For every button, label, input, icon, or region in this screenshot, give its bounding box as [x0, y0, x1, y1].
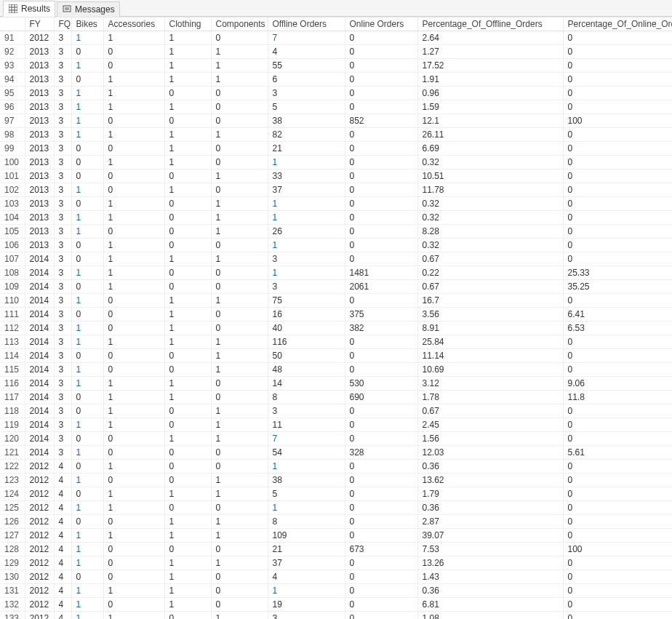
- data-cell[interactable]: 2014: [25, 391, 54, 404]
- row-number-cell[interactable]: 120: [0, 432, 25, 446]
- row-number-cell[interactable]: 98: [0, 128, 25, 142]
- data-cell[interactable]: 1: [211, 474, 268, 487]
- row-number-cell[interactable]: 109: [0, 280, 25, 294]
- data-cell[interactable]: 0: [345, 584, 417, 598]
- table-row[interactable]: 103201330101100.320: [0, 197, 672, 211]
- data-cell[interactable]: 2012: [25, 460, 54, 474]
- data-cell[interactable]: 0: [345, 612, 417, 620]
- data-cell[interactable]: 3: [54, 294, 71, 308]
- table-row[interactable]: 94201330111601.910: [0, 73, 672, 87]
- table-row[interactable]: 108201431100114810.2225.33: [0, 266, 672, 280]
- data-cell[interactable]: 3: [268, 87, 345, 100]
- data-cell[interactable]: 1: [211, 515, 268, 529]
- data-cell[interactable]: 0: [345, 432, 417, 446]
- data-cell[interactable]: 1: [211, 349, 268, 363]
- data-cell[interactable]: 37: [268, 183, 345, 197]
- table-row[interactable]: 109201430100320610.6735.25: [0, 280, 672, 294]
- data-cell[interactable]: 3: [268, 612, 345, 620]
- data-cell[interactable]: 1: [211, 128, 268, 142]
- data-cell[interactable]: 1: [211, 197, 268, 211]
- data-cell[interactable]: 0: [345, 100, 417, 114]
- table-row[interactable]: 133201241101301.080: [0, 612, 672, 620]
- data-cell[interactable]: 1.43: [417, 570, 563, 584]
- table-row[interactable]: 95201331100300.960: [0, 87, 672, 100]
- data-cell[interactable]: 1: [164, 556, 211, 570]
- data-cell[interactable]: 1: [268, 239, 345, 252]
- data-cell[interactable]: 0: [103, 225, 164, 239]
- data-cell[interactable]: 0: [345, 570, 417, 584]
- data-cell[interactable]: 3: [54, 308, 71, 322]
- row-number-cell[interactable]: 103: [0, 197, 25, 211]
- data-cell[interactable]: 2014: [25, 335, 54, 349]
- data-cell[interactable]: 2012: [25, 474, 54, 487]
- data-cell[interactable]: 3: [54, 100, 71, 114]
- data-cell[interactable]: 1: [211, 73, 268, 87]
- row-number-cell[interactable]: 111: [0, 308, 25, 322]
- data-cell[interactable]: 3: [54, 252, 71, 266]
- data-cell[interactable]: 1: [103, 529, 164, 543]
- data-cell[interactable]: 1: [164, 308, 211, 322]
- data-cell[interactable]: 690: [345, 391, 417, 404]
- data-cell[interactable]: 1: [103, 239, 164, 252]
- data-cell[interactable]: 5.61: [563, 446, 672, 460]
- data-cell[interactable]: 1: [103, 197, 164, 211]
- row-number-cell[interactable]: 121: [0, 446, 25, 460]
- data-cell[interactable]: 100: [563, 543, 672, 556]
- data-cell[interactable]: 0: [164, 460, 211, 474]
- data-cell[interactable]: 26: [268, 225, 345, 239]
- data-cell[interactable]: 21: [268, 142, 345, 156]
- data-cell[interactable]: 0: [71, 73, 103, 87]
- row-number-cell[interactable]: 119: [0, 418, 25, 432]
- data-cell[interactable]: 1: [211, 418, 268, 432]
- data-cell[interactable]: 2013: [25, 183, 54, 197]
- data-cell[interactable]: 1.78: [417, 391, 563, 404]
- data-cell[interactable]: 55: [268, 59, 345, 73]
- data-cell[interactable]: 0: [164, 501, 211, 515]
- data-cell[interactable]: 2013: [25, 225, 54, 239]
- data-cell[interactable]: 1: [211, 211, 268, 225]
- data-cell[interactable]: 0: [71, 349, 103, 363]
- data-cell[interactable]: 35.25: [563, 280, 672, 294]
- data-cell[interactable]: 1: [164, 156, 211, 169]
- row-number-cell[interactable]: 122: [0, 460, 25, 474]
- data-cell[interactable]: 0: [103, 515, 164, 529]
- row-number-cell[interactable]: 132: [0, 598, 25, 612]
- data-cell[interactable]: 1: [103, 584, 164, 598]
- data-cell[interactable]: 1: [211, 294, 268, 308]
- data-cell[interactable]: 1.08: [417, 612, 563, 620]
- data-cell[interactable]: 2014: [25, 280, 54, 294]
- data-cell[interactable]: 0: [563, 239, 672, 252]
- data-cell[interactable]: 1: [71, 418, 103, 432]
- data-cell[interactable]: 0: [563, 598, 672, 612]
- data-cell[interactable]: 1: [268, 211, 345, 225]
- data-cell[interactable]: 0: [345, 515, 417, 529]
- data-cell[interactable]: 3: [54, 128, 71, 142]
- data-cell[interactable]: 2012: [25, 487, 54, 501]
- data-cell[interactable]: 0: [563, 487, 672, 501]
- data-cell[interactable]: 0: [345, 45, 417, 59]
- data-cell[interactable]: 11.14: [417, 349, 563, 363]
- data-cell[interactable]: 0: [71, 570, 103, 584]
- data-cell[interactable]: 2061: [345, 280, 417, 294]
- row-number-cell[interactable]: 99: [0, 142, 25, 156]
- table-row[interactable]: 128201241000216737.53100: [0, 543, 672, 556]
- table-row[interactable]: 118201430101300.670: [0, 404, 672, 418]
- data-cell[interactable]: 0: [345, 87, 417, 100]
- data-cell[interactable]: 0: [71, 432, 103, 446]
- data-cell[interactable]: 0: [211, 322, 268, 335]
- table-row[interactable]: 104201331101100.320: [0, 211, 672, 225]
- data-cell[interactable]: 1: [103, 73, 164, 87]
- data-cell[interactable]: 1: [211, 612, 268, 620]
- table-row[interactable]: 113201431111116025.840: [0, 335, 672, 349]
- data-cell[interactable]: 0: [563, 169, 672, 183]
- table-row[interactable]: 125201241100100.360: [0, 501, 672, 515]
- data-cell[interactable]: 328: [345, 446, 417, 460]
- data-cell[interactable]: 4: [54, 556, 71, 570]
- data-cell[interactable]: 0: [71, 460, 103, 474]
- data-cell[interactable]: 1: [103, 612, 164, 620]
- data-cell[interactable]: 0: [563, 584, 672, 598]
- data-cell[interactable]: 13.26: [417, 556, 563, 570]
- data-cell[interactable]: 0: [211, 87, 268, 100]
- data-cell[interactable]: 0.67: [417, 252, 563, 266]
- data-cell[interactable]: 0: [71, 45, 103, 59]
